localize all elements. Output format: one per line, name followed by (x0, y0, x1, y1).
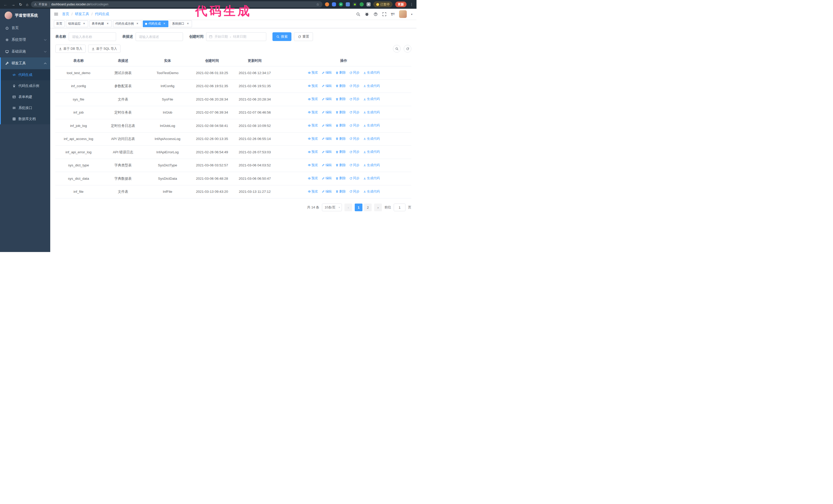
preview-link[interactable]: 预览 (308, 70, 318, 75)
delete-link[interactable]: 删除 (335, 110, 346, 115)
breadcrumb-item[interactable]: 代码生成 (95, 12, 109, 17)
extension-icon[interactable]: V (339, 2, 343, 6)
delete-link[interactable]: 删除 (335, 83, 346, 89)
close-icon[interactable]: × (136, 22, 139, 26)
delete-link[interactable]: 删除 (335, 96, 346, 102)
import-db-button[interactable]: 基于 DB 导入 (55, 45, 86, 53)
refresh-table-button[interactable] (404, 45, 411, 52)
user-avatar[interactable] (399, 10, 407, 18)
sync-link[interactable]: 同步 (349, 175, 360, 181)
github-icon[interactable] (365, 12, 369, 17)
help-icon[interactable] (374, 12, 378, 17)
generate-code-link[interactable]: 生成代码 (363, 163, 380, 168)
tab-表单构建[interactable]: 表单构建× (90, 21, 112, 27)
sidebar-item-代码生成[interactable]: 代码生成 (1, 69, 50, 80)
user-menu-caret-icon[interactable]: ▾ (411, 13, 412, 16)
delete-link[interactable]: 删除 (335, 70, 346, 75)
delete-link[interactable]: 删除 (335, 175, 346, 181)
generate-code-link[interactable]: 生成代码 (363, 123, 380, 128)
import-sql-button[interactable]: 基于 SQL 导入 (88, 45, 120, 53)
sync-link[interactable]: 同步 (349, 123, 360, 128)
tab-代码生成示例[interactable]: 代码生成示例× (113, 21, 142, 27)
sync-link[interactable]: 同步 (349, 96, 360, 102)
table-name-input[interactable] (69, 32, 116, 41)
tab-首页[interactable]: 首页 (54, 21, 65, 27)
sidebar-item-表单构建[interactable]: 表单构建 (1, 91, 50, 102)
tab-代码生成[interactable]: 代码生成× (143, 21, 168, 27)
delete-link[interactable]: 删除 (335, 163, 346, 168)
browser-back-button[interactable]: ← (4, 3, 7, 6)
page-button-2[interactable]: 2 (364, 203, 372, 211)
puzzle-extensions-icon[interactable] (366, 2, 371, 6)
page-size-select[interactable]: 10条/页 ▾ (322, 203, 342, 211)
browser-home-button[interactable]: ⌂ (26, 3, 28, 6)
sidebar-item-系统管理[interactable]: 系统管理 (0, 34, 50, 46)
extension-icon[interactable] (353, 2, 357, 6)
header-search-icon[interactable] (356, 12, 360, 17)
extension-icon[interactable] (332, 2, 336, 6)
browser-menu-icon[interactable]: ⋮ (409, 2, 414, 6)
sidebar-toggle-icon[interactable] (50, 12, 62, 17)
sidebar-item-系统接口[interactable]: 系统接口 (1, 102, 50, 113)
generate-code-link[interactable]: 生成代码 (363, 136, 380, 142)
prev-page-button[interactable]: ‹ (344, 203, 352, 211)
font-size-icon[interactable]: TT (391, 12, 395, 17)
preview-link[interactable]: 预览 (308, 110, 318, 115)
table-desc-input[interactable] (136, 32, 183, 41)
sync-link[interactable]: 同步 (349, 136, 360, 142)
fullscreen-icon[interactable] (382, 12, 386, 17)
translate-paused-badge[interactable]: 已暂停 (374, 2, 392, 7)
delete-link[interactable]: 删除 (335, 123, 346, 128)
bookmark-star-icon[interactable]: ☆ (316, 2, 319, 6)
preview-link[interactable]: 预览 (308, 149, 318, 154)
preview-link[interactable]: 预览 (308, 189, 318, 194)
edit-link[interactable]: 编辑 (322, 175, 332, 181)
browser-reload-button[interactable]: ↻ (19, 3, 22, 6)
edit-link[interactable]: 编辑 (322, 123, 332, 128)
edit-link[interactable]: 编辑 (322, 136, 332, 142)
sync-link[interactable]: 同步 (349, 163, 360, 168)
sync-link[interactable]: 同步 (349, 110, 360, 115)
preview-link[interactable]: 预览 (308, 123, 318, 128)
preview-link[interactable]: 预览 (308, 96, 318, 102)
generate-code-link[interactable]: 生成代码 (363, 175, 380, 181)
page-goto-input[interactable] (394, 203, 405, 211)
generate-code-link[interactable]: 生成代码 (363, 70, 380, 75)
generate-code-link[interactable]: 生成代码 (363, 189, 380, 194)
edit-link[interactable]: 编辑 (322, 70, 332, 75)
generate-code-link[interactable]: 生成代码 (363, 149, 380, 154)
browser-forward-button[interactable]: → (11, 3, 15, 6)
reset-button[interactable]: 重置 (294, 32, 313, 41)
tab-链路追踪[interactable]: 链路追踪× (66, 21, 88, 27)
tab-系统接口[interactable]: 系统接口× (170, 21, 192, 27)
extension-icon[interactable] (360, 2, 364, 6)
sidebar-item-数据库文档[interactable]: 数据库文档 (1, 113, 50, 124)
sync-link[interactable]: 同步 (349, 189, 360, 194)
preview-link[interactable]: 预览 (308, 83, 318, 89)
close-icon[interactable]: × (186, 22, 190, 26)
sidebar-item-代码生成示例[interactable]: 代码生成示例 (1, 80, 50, 91)
sidebar-item-研发工具[interactable]: 研发工具 (1, 57, 50, 69)
delete-link[interactable]: 删除 (335, 136, 346, 142)
extension-icon[interactable] (325, 2, 329, 6)
delete-link[interactable]: 删除 (335, 149, 346, 154)
generate-code-link[interactable]: 生成代码 (363, 83, 380, 89)
create-time-range-picker[interactable]: 开始日期 - 结束日期 (206, 32, 266, 41)
delete-link[interactable]: 删除 (335, 189, 346, 194)
close-icon[interactable]: × (82, 22, 86, 26)
sync-link[interactable]: 同步 (349, 70, 360, 75)
sidebar-item-首页[interactable]: 首页 (0, 22, 50, 34)
browser-update-button[interactable]: 更新 (395, 2, 406, 7)
sidebar-item-基础设施[interactable]: 基础设施 (0, 46, 50, 57)
preview-link[interactable]: 预览 (308, 163, 318, 168)
address-bar[interactable]: ⚠ 不安全 dashboard.yudao.iocoder.cn/tool/co… (31, 1, 323, 7)
preview-link[interactable]: 预览 (308, 175, 318, 181)
edit-link[interactable]: 编辑 (322, 110, 332, 115)
extension-icon[interactable] (346, 2, 350, 6)
sync-link[interactable]: 同步 (349, 149, 360, 154)
generate-code-link[interactable]: 生成代码 (363, 96, 380, 102)
page-button-1[interactable]: 1 (355, 203, 362, 211)
breadcrumb-item[interactable]: 研发工具 (75, 12, 89, 17)
edit-link[interactable]: 编辑 (322, 189, 332, 194)
edit-link[interactable]: 编辑 (322, 96, 332, 102)
